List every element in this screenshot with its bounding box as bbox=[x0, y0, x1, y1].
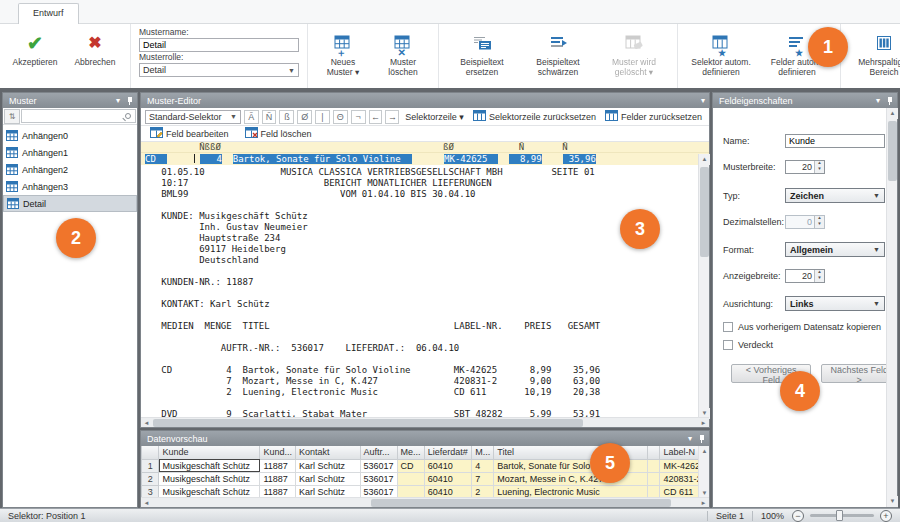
char-button-pipe[interactable]: | bbox=[315, 110, 330, 124]
accept-button[interactable]: ✔ Akzeptieren bbox=[7, 28, 63, 88]
name-field[interactable] bbox=[785, 134, 885, 148]
scroll-left-icon[interactable]: ◄ bbox=[141, 498, 152, 508]
selektorzeile-menu[interactable]: Selektorzeile ▾ bbox=[402, 112, 467, 122]
col-menge[interactable]: M... bbox=[472, 446, 494, 459]
copy-from-previous-checkbox[interactable] bbox=[723, 322, 733, 332]
scrollbar-thumb[interactable] bbox=[888, 121, 897, 181]
beispieltext-schwaerzen-button[interactable]: Beispieltext schwärzen bbox=[522, 28, 594, 88]
musterrolle-select[interactable]: Detail ▼ bbox=[139, 63, 299, 77]
selector-type-select[interactable]: Standard-Selektor ▼ bbox=[145, 110, 241, 124]
mustername-label: Mustername: bbox=[139, 27, 299, 37]
format-select[interactable]: Allgemein ▼ bbox=[785, 242, 885, 257]
ausrichtung-select[interactable]: Links ▼ bbox=[785, 296, 885, 311]
pin-icon[interactable] bbox=[698, 434, 705, 444]
muster-loeschen-button[interactable]: ✕ Muster löschen bbox=[375, 28, 431, 88]
char-button-not[interactable]: ¬ bbox=[351, 110, 366, 124]
table-icon bbox=[7, 198, 19, 209]
zoom-in-button[interactable]: + bbox=[880, 510, 892, 522]
scroll-left-icon[interactable]: ◄ bbox=[141, 418, 152, 428]
preview-panel-header: Datenvorschau ▾ bbox=[141, 431, 709, 446]
col-lieferdat[interactable]: Lieferdat# bbox=[424, 446, 472, 459]
field-label-nr[interactable]: MK-42625 bbox=[444, 154, 498, 164]
table-delete-icon: ✕ bbox=[394, 30, 412, 56]
char-button-alpha[interactable]: Ã bbox=[244, 110, 259, 124]
muster-item-anhaengen3[interactable]: Anhängen3 bbox=[3, 178, 137, 195]
beispieltext-ersetzen-button[interactable]: Beispieltext ersetzen bbox=[446, 28, 518, 88]
sample-row[interactable]: CD 4 Bartok, Sonate für Solo Violine MK-… bbox=[141, 153, 709, 165]
scrollbar-thumb[interactable] bbox=[700, 167, 709, 257]
typ-select[interactable]: Zeichen ▼ bbox=[785, 188, 885, 203]
table-star-icon: ★ bbox=[712, 30, 730, 56]
editor-horizontal-scrollbar[interactable]: ◄ ► bbox=[141, 417, 709, 427]
table-icon bbox=[6, 130, 18, 141]
scrollbar-thumb[interactable] bbox=[153, 419, 583, 427]
mustername-input[interactable] bbox=[139, 38, 299, 52]
col-kunde[interactable]: Kunde bbox=[159, 446, 260, 459]
spinner-arrows-icon[interactable]: ▲▼ bbox=[814, 270, 824, 282]
selektorzeile-reset-button[interactable]: Selektorzeile zurücksetzen bbox=[470, 110, 599, 123]
feld-bearbeiten-button[interactable]: Feld bearbeiten bbox=[147, 127, 232, 140]
selector-line[interactable]: ÑßßØ ßØ Ñ Ñ bbox=[141, 142, 709, 153]
muster-item-detail[interactable]: Detail bbox=[3, 195, 137, 212]
table-add-icon: ＋ bbox=[334, 30, 352, 56]
zoom-slider[interactable] bbox=[810, 514, 874, 517]
spinner-arrows-icon[interactable]: ▲▼ bbox=[814, 161, 824, 173]
chevron-down-icon[interactable]: ▾ bbox=[688, 435, 692, 443]
verdeckt-checkbox[interactable] bbox=[723, 340, 733, 350]
chevron-down-icon[interactable]: ▾ bbox=[876, 97, 880, 105]
search-input[interactable] bbox=[21, 109, 136, 123]
sort-button[interactable]: ⇅ bbox=[4, 109, 20, 124]
scroll-up-icon[interactable]: ▲ bbox=[699, 446, 709, 457]
muster-item-anhaengen2[interactable]: Anhängen2 bbox=[3, 161, 137, 178]
col-medien[interactable]: Me... bbox=[397, 446, 424, 459]
editor-vertical-scrollbar[interactable]: ▲ ▼ bbox=[698, 154, 709, 419]
scroll-right-icon[interactable]: ► bbox=[698, 498, 709, 508]
char-button-blank[interactable]: ß bbox=[279, 110, 294, 124]
field-menge[interactable]: 4 bbox=[200, 154, 222, 164]
muster-item-anhaengen0[interactable]: Anhängen0 bbox=[3, 127, 137, 144]
feld-loeschen-button[interactable]: Feld löschen bbox=[242, 127, 315, 140]
cell-kunde[interactable]: Musikgeschäft Schütz bbox=[159, 459, 260, 472]
name-label: Name: bbox=[723, 136, 785, 146]
arrow-right-button[interactable]: → bbox=[385, 110, 399, 124]
char-button-numeric[interactable]: Ñ bbox=[262, 110, 277, 124]
verdeckt-label: Verdeckt bbox=[738, 340, 773, 350]
chevron-down-icon[interactable]: ▾ bbox=[701, 97, 705, 105]
col-auftrag[interactable]: Auftr... bbox=[360, 446, 397, 459]
zoom-out-button[interactable]: − bbox=[792, 510, 804, 522]
char-button-nonblank[interactable]: Ø bbox=[297, 110, 312, 124]
col-kontakt[interactable]: Kontakt bbox=[295, 446, 360, 459]
field-medien[interactable]: CD bbox=[145, 154, 167, 164]
tab-entwurf[interactable]: Entwurf bbox=[18, 3, 79, 24]
text-replace-icon bbox=[472, 30, 492, 56]
scroll-up-icon[interactable]: ▲ bbox=[887, 108, 898, 119]
report-text-area[interactable]: 01.05.10 MUSICA CLASSICA VERTRIEBSGESELL… bbox=[141, 165, 709, 419]
scrollbar-thumb[interactable] bbox=[371, 499, 671, 507]
chevron-down-icon[interactable]: ▾ bbox=[116, 97, 120, 105]
arrow-left-button[interactable]: ← bbox=[369, 110, 383, 124]
felder-reset-button[interactable]: Felder zurücksetzen bbox=[602, 110, 705, 123]
preview-horizontal-scrollbar[interactable]: ◄ ► bbox=[141, 497, 709, 507]
pin-icon[interactable] bbox=[886, 96, 893, 106]
cancel-button[interactable]: ✖ Abbrechen bbox=[67, 28, 123, 88]
scroll-down-icon[interactable]: ▼ bbox=[887, 496, 898, 507]
musterbreite-stepper[interactable]: 20 ▲▼ bbox=[785, 160, 825, 174]
props-panel-header: Feldeigenschaften ▾ bbox=[713, 93, 897, 108]
mehrspaltiger-bereich-button[interactable]: Mehrspaltiger Bereich bbox=[848, 28, 900, 88]
selektor-autom-button[interactable]: ★ Selektor autom. definieren bbox=[685, 28, 757, 88]
scroll-right-icon[interactable]: ► bbox=[698, 418, 709, 428]
preview-vertical-scrollbar[interactable]: ▲ ▼ bbox=[698, 446, 709, 499]
neues-muster-button[interactable]: ＋ Neues Muster ▾ bbox=[315, 28, 371, 88]
muster-item-anhaengen1[interactable]: Anhängen1 bbox=[3, 144, 137, 161]
col-kundennr[interactable]: Kund... bbox=[260, 446, 296, 459]
zoom-slider-thumb[interactable] bbox=[836, 510, 843, 521]
scroll-up-icon[interactable]: ▲ bbox=[699, 154, 710, 165]
musterbreite-label: Musterbreite: bbox=[723, 162, 785, 172]
field-gesamt[interactable]: 35,96 bbox=[563, 154, 596, 164]
props-vertical-scrollbar[interactable]: ▲ ▼ bbox=[886, 108, 897, 507]
anzeigebreite-stepper[interactable]: 20 ▲▼ bbox=[785, 269, 825, 283]
field-titel[interactable]: Bartok, Sonate für Solo Violine bbox=[233, 154, 412, 164]
field-preis[interactable]: 8,99 bbox=[509, 154, 542, 164]
char-button-theta[interactable]: Θ bbox=[333, 110, 348, 124]
pin-icon[interactable] bbox=[126, 96, 133, 106]
